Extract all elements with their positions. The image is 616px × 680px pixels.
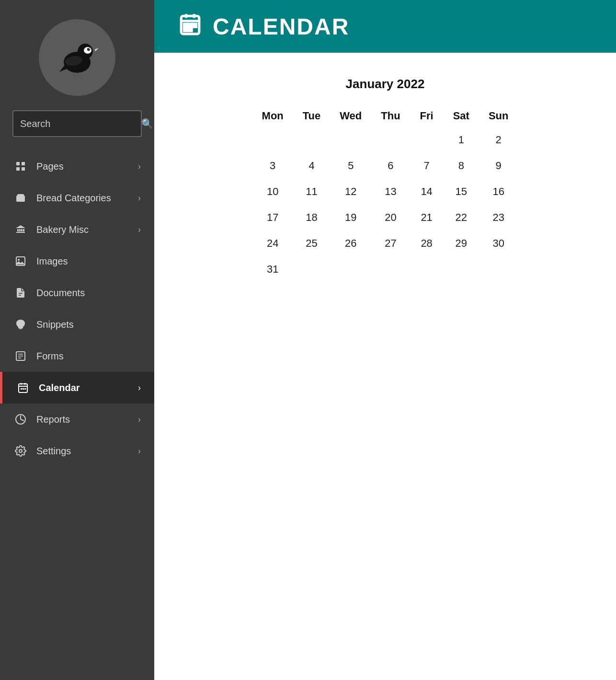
calendar-day-cell[interactable]: 31: [252, 256, 293, 282]
sidebar-item-forms[interactable]: Forms: [0, 340, 154, 372]
calendar-day-cell[interactable]: 8: [444, 153, 479, 179]
calendar-area: January 2022 Mon Tue Wed Thu Fri Sat Sun…: [154, 53, 616, 306]
calendar-day-cell[interactable]: 4: [293, 153, 330, 179]
calendar-day-cell[interactable]: 11: [293, 179, 330, 205]
calendar-day-cell[interactable]: 17: [252, 205, 293, 231]
calendar-day-cell[interactable]: 21: [410, 205, 444, 231]
snippets-icon: [13, 317, 28, 332]
calendar-week-row-5: 31: [252, 256, 518, 282]
calendar-day-cell[interactable]: 24: [252, 231, 293, 256]
calendar-day-cell: [293, 127, 330, 153]
calendar-day-cell[interactable]: 3: [252, 153, 293, 179]
sidebar-item-reports[interactable]: Reports ›: [0, 403, 154, 435]
pages-chevron-icon: ›: [138, 161, 141, 172]
header-bar: CALENDAR: [154, 0, 616, 53]
calendar-week-row-2: 10111213141516: [252, 179, 518, 205]
svg-marker-5: [95, 48, 99, 51]
calendar-day-cell[interactable]: 23: [479, 205, 518, 231]
calendar-day-cell[interactable]: 13: [371, 179, 410, 205]
svg-point-4: [89, 48, 90, 49]
sidebar-item-snippets[interactable]: Snippets: [0, 309, 154, 340]
calendar-day-cell[interactable]: 28: [410, 231, 444, 256]
svg-line-30: [21, 419, 24, 421]
sidebar-item-pages[interactable]: Pages ›: [0, 150, 154, 182]
calendar-day-cell[interactable]: 14: [410, 179, 444, 205]
calendar-day-cell[interactable]: 20: [371, 205, 410, 231]
calendar-day-cell[interactable]: 6: [371, 153, 410, 179]
calendar-day-cell: [410, 256, 444, 282]
forms-icon: [13, 349, 28, 363]
sidebar-item-bakery-misc[interactable]: Bakery Misc ›: [0, 214, 154, 245]
svg-rect-38: [193, 24, 196, 27]
calendar-day-cell: [371, 256, 410, 282]
calendar-day-cell[interactable]: 30: [479, 231, 518, 256]
reports-chevron-icon: ›: [138, 415, 141, 425]
svg-line-9: [80, 72, 81, 79]
calendar-nav-icon: [16, 380, 30, 395]
calendar-day-cell[interactable]: 2: [479, 127, 518, 153]
search-icon: 🔍: [141, 118, 153, 129]
pages-icon: [13, 159, 28, 173]
calendar-day-cell[interactable]: 5: [330, 153, 371, 179]
sidebar-item-pages-label: Pages: [36, 161, 138, 172]
calendar-day-cell[interactable]: 16: [479, 179, 518, 205]
sidebar-item-settings-label: Settings: [36, 446, 138, 457]
svg-rect-26: [23, 388, 24, 390]
calendar-day-cell[interactable]: 29: [444, 231, 479, 256]
calendar-day-cell[interactable]: 9: [479, 153, 518, 179]
sidebar: 🔍 Pages › Bread Categories › Bakery Misc…: [0, 0, 154, 680]
svg-rect-11: [17, 194, 24, 196]
calendar-day-cell[interactable]: 25: [293, 231, 330, 256]
calendar-day-cell: [252, 127, 293, 153]
calendar-day-cell[interactable]: 26: [330, 231, 371, 256]
calendar-day-cell[interactable]: 22: [444, 205, 479, 231]
page-title: CALENDAR: [213, 13, 349, 40]
calendar-day-cell: [444, 256, 479, 282]
day-header-thu: Thu: [371, 105, 410, 127]
search-input[interactable]: [20, 118, 141, 129]
logo: [39, 19, 115, 96]
sidebar-item-calendar-label: Calendar: [39, 382, 138, 393]
settings-icon: [13, 444, 28, 458]
calendar-day-cell[interactable]: 10: [252, 179, 293, 205]
sidebar-item-documents-label: Documents: [36, 288, 141, 299]
sidebar-item-snippets-label: Snippets: [36, 319, 141, 330]
svg-point-3: [87, 48, 90, 51]
sidebar-item-forms-label: Forms: [36, 351, 141, 362]
reports-icon: [13, 412, 28, 426]
sidebar-item-bakery-misc-label: Bakery Misc: [36, 224, 138, 235]
calendar-day-cell[interactable]: 19: [330, 205, 371, 231]
calendar-day-cell[interactable]: 1: [444, 127, 479, 153]
svg-rect-40: [189, 28, 192, 31]
bird-logo-icon: [51, 31, 103, 84]
day-header-tue: Tue: [293, 105, 330, 127]
sidebar-item-reports-label: Reports: [36, 414, 138, 425]
main-content: CALENDAR January 2022 Mon Tue Wed Thu Fr…: [154, 0, 616, 680]
calendar-day-cell: [479, 256, 518, 282]
sidebar-item-bread-categories[interactable]: Bread Categories ›: [0, 182, 154, 214]
calendar-chevron-icon: ›: [138, 383, 141, 393]
calendar-week-row-3: 17181920212223: [252, 205, 518, 231]
day-header-wed: Wed: [330, 105, 371, 127]
calendar-week-row-4: 24252627282930: [252, 231, 518, 256]
svg-line-8: [74, 72, 76, 79]
day-header-sun: Sun: [479, 105, 518, 127]
search-box[interactable]: 🔍: [12, 110, 142, 137]
documents-icon: [13, 286, 28, 300]
calendar-day-cell[interactable]: 7: [410, 153, 444, 179]
calendar-day-cell: [330, 256, 371, 282]
calendar-day-cell[interactable]: 15: [444, 179, 479, 205]
calendar-week-row-1: 3456789: [252, 153, 518, 179]
svg-rect-27: [24, 388, 26, 390]
sidebar-item-settings[interactable]: Settings ›: [0, 435, 154, 467]
svg-point-31: [19, 449, 22, 452]
sidebar-item-documents[interactable]: Documents: [0, 277, 154, 309]
calendar-day-cell[interactable]: 18: [293, 205, 330, 231]
bread-chevron-icon: ›: [138, 193, 141, 203]
sidebar-item-calendar[interactable]: Calendar ›: [0, 372, 154, 403]
calendar-day-cell[interactable]: 12: [330, 179, 371, 205]
day-header-sat: Sat: [444, 105, 479, 127]
sidebar-item-images[interactable]: Images: [0, 245, 154, 277]
header-calendar-icon: [178, 12, 202, 41]
calendar-day-cell[interactable]: 27: [371, 231, 410, 256]
